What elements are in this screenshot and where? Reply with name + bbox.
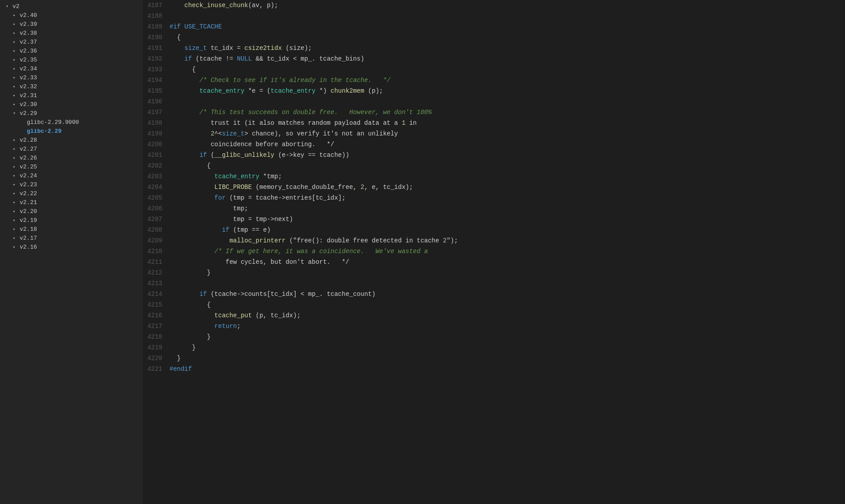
sidebar-item-v2.20[interactable]: ▸v2.20 xyxy=(0,207,143,216)
line-number: 4200 xyxy=(146,139,162,150)
sidebar-item-v2.28[interactable]: ▸v2.28 xyxy=(0,135,143,144)
line-number: 4215 xyxy=(146,299,162,310)
item-label: v2.18 xyxy=(20,226,37,233)
code-line: #if USE_TCACHE xyxy=(169,21,836,32)
toggle-icon[interactable]: ▸ xyxy=(11,83,18,90)
item-label: v2.20 xyxy=(20,208,37,215)
toggle-icon[interactable]: ▸ xyxy=(11,29,18,37)
sidebar-item-v2.38[interactable]: ▸v2.38 xyxy=(0,29,143,37)
toggle-icon[interactable]: ▸ xyxy=(11,74,18,81)
item-label: v2.22 xyxy=(20,190,37,197)
item-label: glibc-2.29.9000 xyxy=(27,119,79,126)
toggle-icon[interactable]: ▸ xyxy=(11,38,18,45)
item-label: glibc-2.29 xyxy=(27,128,62,135)
sidebar-item-v2.27[interactable]: ▸v2.27 xyxy=(0,144,143,153)
code-line: LIBC_PROBE (memory_tcache_double_free, 2… xyxy=(169,182,836,193)
toggle-icon[interactable]: ▸ xyxy=(11,20,18,28)
item-label: v2.24 xyxy=(20,172,37,179)
item-label: v2.35 xyxy=(20,57,37,63)
item-label: v2.28 xyxy=(20,137,37,143)
sidebar-item-v2.29[interactable]: ▾v2.29 xyxy=(0,109,143,118)
line-number: 4203 xyxy=(146,171,162,182)
line-number: 4206 xyxy=(146,203,162,214)
sidebar-item-glibc-2.29[interactable]: glibc-2.29 xyxy=(0,127,143,135)
sidebar-item-v2.19[interactable]: ▸v2.19 xyxy=(0,216,143,225)
code-line: for (tmp = tcache->entries[tc_idx]; xyxy=(169,193,836,203)
line-number: 4205 xyxy=(146,193,162,203)
sidebar-item-v2.39[interactable]: ▸v2.39 xyxy=(0,20,143,29)
item-label: v2.23 xyxy=(20,181,37,188)
toggle-icon[interactable]: ▸ xyxy=(11,101,18,108)
sidebar-item-v2[interactable]: ▾v2 xyxy=(0,2,143,11)
sidebar-item-v2.40[interactable]: ▸v2.40 xyxy=(0,11,143,20)
toggle-icon[interactable]: ▸ xyxy=(11,47,18,54)
sidebar-item-v2.25[interactable]: ▸v2.25 xyxy=(0,162,143,171)
sidebar-item-v2.33[interactable]: ▸v2.33 xyxy=(0,73,143,82)
toggle-icon[interactable]: ▸ xyxy=(11,217,18,224)
toggle-icon[interactable]: ▾ xyxy=(4,3,11,10)
toggle-icon[interactable]: ▸ xyxy=(11,56,18,63)
spacer xyxy=(18,119,25,126)
toggle-icon[interactable]: ▸ xyxy=(11,163,18,170)
item-label: v2.21 xyxy=(20,199,37,206)
line-number: 4220 xyxy=(146,353,162,364)
line-number: 4221 xyxy=(146,364,162,374)
item-label: v2.30 xyxy=(20,101,37,108)
toggle-icon[interactable]: ▸ xyxy=(11,190,18,197)
toggle-icon[interactable]: ▸ xyxy=(11,12,18,19)
sidebar-item-v2.30[interactable]: ▸v2.30 xyxy=(0,100,143,109)
line-number: 4192 xyxy=(146,53,162,64)
toggle-icon[interactable]: ▸ xyxy=(11,243,18,250)
line-number: 4213 xyxy=(146,278,162,289)
toggle-icon[interactable]: ▾ xyxy=(11,110,18,117)
toggle-icon[interactable]: ▸ xyxy=(11,172,18,179)
item-label: v2.31 xyxy=(20,92,37,99)
sidebar-item-v2.35[interactable]: ▸v2.35 xyxy=(0,55,143,64)
code-line xyxy=(169,96,836,107)
sidebar-item-v2.16[interactable]: ▸v2.16 xyxy=(0,242,143,251)
sidebar-item-v2.17[interactable]: ▸v2.17 xyxy=(0,234,143,242)
toggle-icon[interactable]: ▸ xyxy=(11,208,18,215)
file-tree[interactable]: ▾v2▸v2.40▸v2.39▸v2.38▸v2.37▸v2.36▸v2.35▸… xyxy=(0,0,143,504)
code-line: } xyxy=(169,332,836,342)
item-label: v2.39 xyxy=(20,21,37,28)
toggle-icon[interactable]: ▸ xyxy=(11,234,18,242)
toggle-icon[interactable]: ▸ xyxy=(11,136,18,143)
toggle-icon[interactable]: ▸ xyxy=(11,65,18,72)
sidebar-item-v2.21[interactable]: ▸v2.21 xyxy=(0,198,143,207)
line-number: 4189 xyxy=(146,21,162,32)
sidebar-item-v2.22[interactable]: ▸v2.22 xyxy=(0,189,143,198)
toggle-icon[interactable]: ▸ xyxy=(11,145,18,152)
item-label: v2.27 xyxy=(20,146,37,152)
toggle-icon[interactable]: ▸ xyxy=(11,92,18,99)
toggle-icon[interactable]: ▸ xyxy=(11,225,18,233)
line-number: 4207 xyxy=(146,214,162,225)
line-number: 4202 xyxy=(146,160,162,171)
item-label: v2.25 xyxy=(20,164,37,170)
sidebar-item-glibc-2.29.9000[interactable]: glibc-2.29.9000 xyxy=(0,118,143,127)
code-line: /* This test succeeds on double free. Ho… xyxy=(169,107,836,118)
toggle-icon[interactable]: ▸ xyxy=(11,199,18,206)
sidebar-item-v2.36[interactable]: ▸v2.36 xyxy=(0,46,143,55)
item-label: v2.38 xyxy=(20,30,37,37)
sidebar-item-v2.26[interactable]: ▸v2.26 xyxy=(0,153,143,162)
sidebar-item-v2.31[interactable]: ▸v2.31 xyxy=(0,91,143,100)
code-line: coincidence before aborting. */ xyxy=(169,139,836,150)
line-number: 4198 xyxy=(146,118,162,128)
sidebar-item-v2.18[interactable]: ▸v2.18 xyxy=(0,225,143,234)
item-label: v2.29 xyxy=(20,110,37,117)
line-number: 4217 xyxy=(146,321,162,332)
toggle-icon[interactable]: ▸ xyxy=(11,154,18,161)
sidebar-item-v2.34[interactable]: ▸v2.34 xyxy=(0,64,143,73)
code-line: #endif xyxy=(169,364,836,374)
item-label: v2 xyxy=(12,3,20,10)
code-editor: 4187418841894190419141924193419441954196… xyxy=(143,0,845,504)
code-content: check_inuse_chunk(av, p); #if USE_TCACHE… xyxy=(169,0,845,504)
toggle-icon[interactable]: ▸ xyxy=(11,181,18,188)
sidebar-item-v2.24[interactable]: ▸v2.24 xyxy=(0,171,143,180)
sidebar-item-v2.32[interactable]: ▸v2.32 xyxy=(0,82,143,91)
sidebar-item-v2.23[interactable]: ▸v2.23 xyxy=(0,180,143,189)
sidebar-item-v2.37[interactable]: ▸v2.37 xyxy=(0,37,143,46)
line-number: 4195 xyxy=(146,86,162,96)
code-line: { xyxy=(169,299,836,310)
